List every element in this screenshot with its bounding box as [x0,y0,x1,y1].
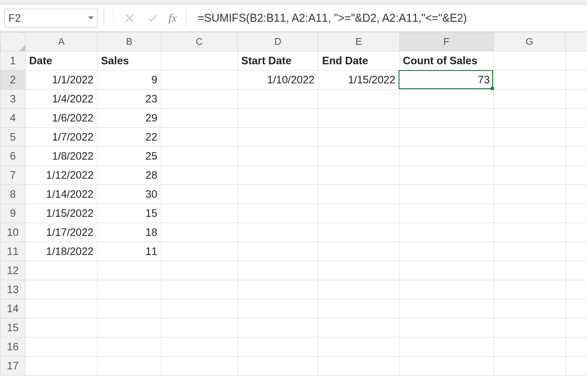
row-header[interactable]: 6 [0,147,26,166]
cell[interactable] [318,128,399,147]
cell[interactable] [161,242,237,261]
cell[interactable] [493,242,565,261]
cell[interactable] [237,261,318,280]
col-header-F[interactable]: F [399,32,493,51]
cell[interactable] [399,242,493,261]
cell[interactable]: 9 [97,71,161,90]
cell[interactable] [25,299,97,318]
cell[interactable]: 1/1/2022 [25,71,97,90]
cell[interactable] [493,357,565,376]
cell[interactable] [399,337,493,357]
cell[interactable] [493,166,565,185]
cell[interactable] [565,185,587,204]
cell[interactable] [161,128,237,147]
cell[interactable]: 1/4/2022 [25,90,97,109]
cell[interactable] [318,280,399,299]
row-header[interactable]: 15 [0,318,26,337]
cell[interactable] [161,109,237,128]
cell[interactable] [318,299,399,318]
cell[interactable] [493,337,565,357]
cell[interactable] [565,261,587,280]
cell[interactable] [493,147,565,166]
cell[interactable] [237,185,318,204]
cell[interactable] [237,318,318,337]
cell[interactable] [399,204,493,223]
cell[interactable] [565,223,587,242]
cell[interactable] [318,242,399,261]
cell[interactable]: Date [25,51,97,71]
cell[interactable] [97,318,161,337]
cell[interactable] [399,185,493,204]
col-header-A[interactable]: A [25,32,97,51]
cell[interactable] [161,280,237,299]
cell[interactable] [565,128,587,147]
cell[interactable] [318,223,399,242]
cell[interactable] [25,337,97,357]
row-header[interactable]: 13 [0,280,26,299]
cell[interactable] [161,51,237,71]
cell[interactable]: Count of Sales [399,51,493,71]
cell[interactable] [399,261,493,280]
cell[interactable] [565,51,587,71]
cell[interactable]: 1/17/2022 [25,223,97,242]
col-header-D[interactable]: D [237,32,318,51]
row-header[interactable]: 7 [0,166,26,185]
cell[interactable] [237,90,318,109]
cell[interactable]: End Date [318,51,399,71]
cell[interactable] [237,357,318,376]
cell[interactable] [565,166,587,185]
cell[interactable] [237,337,318,357]
fx-icon[interactable]: fx [166,12,180,25]
cell[interactable] [161,90,237,109]
cell[interactable] [565,280,587,299]
cell[interactable] [318,147,399,166]
cell[interactable] [25,261,97,280]
cell[interactable] [161,223,237,242]
cell[interactable] [318,185,399,204]
cell[interactable]: 28 [97,166,161,185]
cell[interactable] [493,204,565,223]
select-all-corner[interactable] [0,32,26,51]
cell[interactable] [97,280,161,299]
cell[interactable]: 73 [399,71,493,90]
cell[interactable] [318,337,399,357]
cell[interactable] [565,147,587,166]
cell[interactable] [565,71,587,90]
cell[interactable]: 25 [97,147,161,166]
cell[interactable] [318,357,399,376]
cell[interactable] [493,185,565,204]
cell[interactable]: 1/8/2022 [25,147,97,166]
cell[interactable] [25,318,97,337]
cell[interactable] [493,280,565,299]
row-header[interactable]: 3 [0,90,26,109]
cell[interactable]: 1/18/2022 [25,242,97,261]
cell[interactable] [493,223,565,242]
cell[interactable] [493,71,565,90]
cell[interactable] [565,204,587,223]
row-header[interactable]: 14 [0,299,26,318]
cell[interactable] [161,166,237,185]
cell[interactable] [318,109,399,128]
cell[interactable]: 1/7/2022 [25,128,97,147]
row-header[interactable]: 17 [0,357,26,376]
cell[interactable]: Sales [97,51,161,71]
cell[interactable] [399,318,493,337]
cancel-button[interactable] [120,9,139,27]
cell[interactable] [161,147,237,166]
row-header[interactable]: 11 [0,242,26,261]
cell[interactable] [399,147,493,166]
cell[interactable] [565,357,587,376]
cell[interactable] [399,109,493,128]
cell[interactable]: 23 [97,90,161,109]
cell[interactable]: 15 [97,204,161,223]
cell[interactable]: 1/15/2022 [318,71,399,90]
cell[interactable] [493,261,565,280]
cell[interactable] [161,261,237,280]
chevron-down-icon[interactable] [88,16,94,20]
col-header-C[interactable]: C [161,32,237,51]
cell[interactable] [25,357,97,376]
row-header[interactable]: 4 [0,109,26,128]
cell[interactable] [237,299,318,318]
cell[interactable] [399,128,493,147]
cell[interactable] [399,223,493,242]
